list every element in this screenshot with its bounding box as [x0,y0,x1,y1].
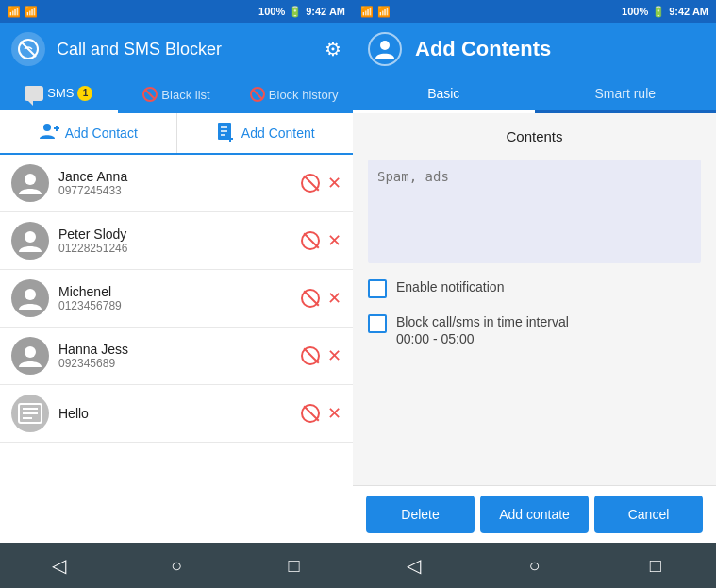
svg-point-11 [25,174,36,185]
enable-notification-label: Enable notification [396,278,504,295]
tab-smart-rule-label: Smart rule [594,86,656,101]
add-contact-label: Add Contact [65,126,138,141]
add-content-tab[interactable]: Add Content [177,113,354,153]
avatar [11,337,49,375]
right-home-button[interactable]: ○ [515,546,553,584]
wifi-icon: 📶 [8,6,21,18]
table-row: Jance Anna 0977245433 ✕ [0,155,353,212]
recent-button[interactable]: □ [275,546,313,584]
contact-list: Jance Anna 0977245433 ✕ Peter Slody 0122… [0,155,353,543]
contact-actions: ✕ [301,230,341,251]
contact-actions: ✕ [301,288,341,309]
avatar [11,279,49,317]
app-title: Call and SMS Blocker [57,40,313,59]
delete-button[interactable]: ✕ [327,230,341,251]
avatar [11,222,49,260]
left-status-left: 📶 📶 [8,6,38,18]
time-label: 9:42 AM [306,6,345,17]
contact-actions: ✕ [301,403,341,424]
delete-button[interactable]: ✕ [327,403,341,424]
add-contact-button[interactable]: Add contate [480,496,589,533]
tab-smart-rule[interactable]: Smart rule [535,76,717,110]
table-row: Hanna Jess 092345689 ✕ [0,328,353,385]
svg-point-2 [43,124,51,131]
contact-info: Hanna Jess 092345689 [58,342,291,370]
tab-sms[interactable]: SMS 1 [0,76,118,113]
app-logo-icon [11,32,45,66]
main-tabs-bar: SMS 1 Black list Block history [0,76,353,113]
right-back-button[interactable]: ◁ [394,546,432,584]
add-contact-tab[interactable]: Add Contact [0,113,177,153]
tab-blockhistory[interactable]: Block history [235,76,353,113]
table-row: Hello ✕ [0,385,353,443]
right-recent-button[interactable]: □ [637,546,674,584]
svg-point-19 [380,41,390,50]
settings-icon[interactable]: ⚙ [325,38,341,60]
delete-button[interactable]: ✕ [327,173,341,193]
add-contact-icon [39,121,59,146]
block-button[interactable] [301,346,320,365]
back-button[interactable]: ◁ [40,546,77,584]
right-battery-icon: 🔋 [652,6,665,18]
contact-number: 0977245433 [58,184,291,197]
contact-actions: ✕ [301,345,341,366]
right-nav-bar: ◁ ○ □ [353,543,716,588]
block-callsms-label: Block call/sms in time interval00:00 - 0… [396,313,569,347]
left-status-bar: 📶 📶 100% 🔋 9:42 AM [0,0,353,23]
block-button[interactable] [301,289,320,308]
svg-point-13 [25,289,36,300]
contact-name: Michenel [58,284,291,299]
tab-sms-label: SMS [47,86,74,100]
page-title: Add Contents [415,37,551,61]
contact-actions: ✕ [301,173,341,193]
tab-blacklist-label: Black list [161,88,209,102]
right-header: Add Contents [353,23,716,76]
right-status-bar: 📶 📶 100% 🔋 9:42 AM [353,0,716,23]
right-signal-icon: 📶 [377,6,391,18]
cancel-button[interactable]: Cancel [594,496,703,533]
tab-basic[interactable]: Basic [353,76,535,113]
delete-button[interactable]: ✕ [327,288,341,309]
right-status-right: 100% 🔋 9:42 AM [622,6,708,18]
block-callsms-row: Block call/sms in time interval00:00 - 0… [368,313,701,347]
delete-button[interactable]: Delete [366,496,475,533]
avatar [11,164,49,202]
action-tabs: Add Contact Add Content [0,113,353,155]
left-status-right: 100% 🔋 9:42 AM [258,6,345,18]
contact-info: Jance Anna 0977245433 [58,169,291,197]
contents-section-label: Contents [368,128,701,144]
blockhistory-block-icon [250,87,265,102]
enable-notification-row: Enable notification [368,278,701,298]
home-button[interactable]: ○ [158,546,195,584]
block-button[interactable] [301,404,320,423]
right-content: Contents Enable notification Block call/… [353,113,716,485]
add-content-icon [215,121,236,146]
svg-line-1 [21,42,36,57]
tab-blacklist[interactable]: Black list [118,76,236,113]
delete-button[interactable]: ✕ [327,345,341,366]
right-status-left: 📶 📶 [360,6,391,18]
contact-info: Hello [58,406,291,421]
svg-point-12 [25,231,36,243]
enable-notification-checkbox[interactable] [368,279,387,298]
block-button[interactable] [301,174,320,193]
block-callsms-checkbox[interactable] [368,314,387,333]
svg-point-14 [25,346,36,358]
blacklist-block-icon [142,87,158,102]
avatar [11,395,49,432]
contact-name: Peter Slody [58,227,291,242]
add-content-label: Add Content [241,126,315,141]
bottom-buttons: Delete Add contate Cancel [353,485,716,543]
signal-icon: 📶 [25,6,38,18]
sms-badge: 1 [77,86,92,101]
table-row: Michenel 0123456789 ✕ [0,270,353,328]
contents-textarea[interactable] [368,160,701,263]
battery-icon: 🔋 [289,6,302,18]
block-button[interactable] [301,231,320,250]
app-header: Call and SMS Blocker ⚙ [0,23,353,76]
contact-name: Jance Anna [58,169,291,184]
contact-number: 0123456789 [58,299,291,312]
contact-number: 092345689 [58,357,291,370]
left-panel: 📶 📶 100% 🔋 9:42 AM Call and SMS Blocker … [0,0,353,588]
battery-label: 100% [258,6,285,17]
